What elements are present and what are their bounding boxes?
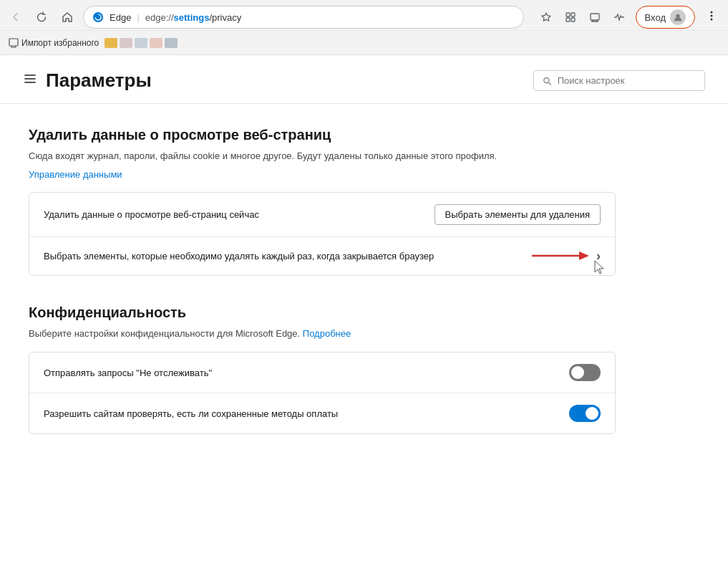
import-label: Импорт избранного: [21, 38, 99, 48]
url-display: edge://settings/privacy: [145, 12, 241, 23]
clear-data-card: Удалить данные о просмотре веб-страниц с…: [29, 192, 616, 276]
payment-toggle[interactable]: [569, 405, 601, 422]
edge-label: Edge: [110, 12, 131, 23]
svg-rect-3: [566, 18, 570, 21]
clear-on-close-row[interactable]: Выбрать элементы, которые необходимо уда…: [29, 236, 615, 275]
favorite-button[interactable]: [535, 6, 557, 28]
clear-on-close-action: ›: [532, 249, 601, 264]
section-clear-data: Удалить данные о просмотре веб-страниц С…: [29, 127, 616, 276]
home-button[interactable]: [57, 7, 77, 27]
toolbar-icons: [535, 6, 630, 28]
bookmark-swatch-3: [135, 38, 147, 48]
settings-page: Параметры Удалить данные о просмотре веб…: [0, 55, 728, 486]
collections-button[interactable]: [560, 6, 581, 28]
clear-now-row: Удалить данные о просмотре веб-страниц с…: [29, 193, 615, 236]
avatar: [670, 9, 686, 25]
svg-rect-4: [571, 18, 575, 21]
search-icon: [543, 76, 552, 86]
content-area: Удалить данные о просмотре веб-страниц С…: [0, 104, 644, 486]
svg-point-9: [711, 18, 713, 20]
svg-rect-10: [9, 39, 18, 46]
heartbeat-button[interactable]: [608, 6, 630, 28]
dnt-row: Отправлять запросы "Не отслеживать": [29, 352, 615, 393]
choose-elements-button[interactable]: Выбрать элементы для удаления: [435, 204, 601, 225]
dnt-label: Отправлять запросы "Не отслеживать": [44, 368, 212, 378]
svg-line-15: [549, 82, 551, 85]
clear-data-title: Удалить данные о просмотре веб-страниц: [29, 127, 616, 143]
svg-point-8: [711, 14, 713, 16]
clear-on-close-label: Выбрать элементы, которые необходимо уда…: [44, 251, 434, 261]
red-arrow-icon: [532, 249, 589, 263]
edge-logo-icon: [92, 11, 104, 23]
import-favorites-link[interactable]: Импорт избранного: [9, 38, 99, 48]
profile-button[interactable]: [584, 6, 606, 28]
privacy-desc-text: Выберите настройки конфиденциальности дл…: [29, 328, 300, 339]
signin-label: Вход: [645, 12, 666, 23]
clear-now-action: Выбрать элементы для удаления: [435, 204, 601, 225]
menu-button[interactable]: [23, 72, 37, 90]
privacy-title: Конфиденциальность: [29, 304, 616, 321]
url-separator: |: [137, 12, 139, 23]
signin-button[interactable]: Вход: [636, 6, 695, 29]
bookmark-swatch-5: [165, 38, 178, 48]
svg-marker-17: [579, 251, 589, 260]
chevron-right-icon: ›: [596, 249, 601, 264]
more-button[interactable]: [701, 6, 722, 29]
tab-bar: Edge | edge://settings/privacy Вход: [0, 0, 728, 30]
payment-label: Разрешить сайтам проверять, есть ли сохр…: [44, 408, 338, 419]
browser-chrome: Edge | edge://settings/privacy Вход: [0, 0, 728, 55]
svg-rect-1: [566, 13, 570, 16]
clear-data-description: Сюда входят журнал, пароли, файлы cookie…: [29, 149, 616, 163]
bookmark-swatch-4: [150, 38, 162, 48]
address-bar[interactable]: Edge | edge://settings/privacy: [83, 6, 524, 29]
privacy-card: Отправлять запросы "Не отслеживать" Разр…: [29, 352, 616, 434]
payment-row: Разрешить сайтам проверять, есть ли сохр…: [29, 393, 615, 433]
back-button[interactable]: [6, 7, 26, 27]
svg-point-7: [711, 11, 713, 13]
refresh-button[interactable]: [31, 7, 52, 27]
privacy-more-link[interactable]: Подробнее: [303, 328, 351, 339]
import-icon: [9, 38, 19, 48]
dnt-toggle[interactable]: [569, 364, 601, 381]
search-box[interactable]: [533, 70, 705, 91]
svg-point-0: [93, 12, 103, 22]
svg-rect-5: [591, 14, 599, 20]
bookmark-swatch-1: [105, 38, 117, 48]
svg-point-14: [544, 77, 549, 82]
bookmarks-bar: Импорт избранного: [0, 30, 728, 54]
bookmark-swatch-2: [120, 38, 132, 48]
settings-title-area: Параметры: [23, 69, 152, 92]
svg-rect-2: [571, 13, 575, 16]
manage-data-link[interactable]: Управление данными: [29, 169, 122, 180]
privacy-description: Выберите настройки конфиденциальности дл…: [29, 327, 616, 341]
clear-now-label: Удалить данные о просмотре веб-страниц с…: [44, 209, 259, 220]
search-input[interactable]: [558, 75, 696, 86]
settings-header: Параметры: [0, 55, 728, 104]
bookmark-swatches: [105, 38, 178, 48]
page-title: Параметры: [46, 69, 152, 92]
section-privacy: Конфиденциальность Выберите настройки ко…: [29, 304, 616, 435]
